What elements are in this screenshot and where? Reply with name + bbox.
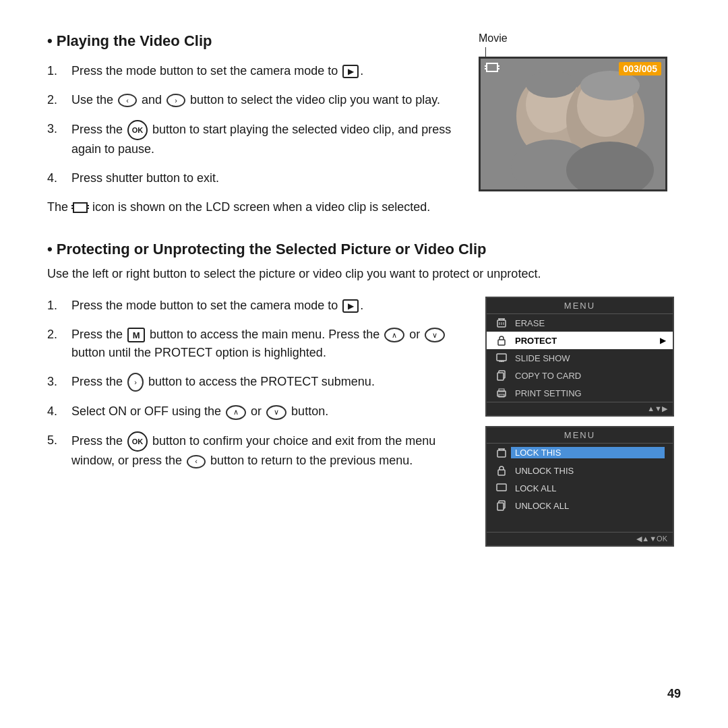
submenu-screen: MENU LOCK THIS UNLOCK THIS [485, 426, 674, 547]
menu-item-erase: ERASE [487, 314, 673, 332]
section2: • Protecting or Unprotecting the Selecte… [47, 241, 681, 547]
up-nav-icon-2: ∧ [226, 405, 246, 420]
submenu-item-slide-icon: LOCK ALL [487, 479, 673, 497]
submenu-row-icons: LOCK THIS [487, 444, 673, 462]
step-1-text: Press the mode button to set the camera … [71, 62, 452, 80]
main-menu-nav-hint: ▲▼▶ [487, 402, 673, 415]
lock-icon [495, 335, 508, 346]
submenu-copy-icon [495, 500, 508, 511]
menu-protect-label: PROTECT [515, 336, 557, 346]
s2-step-2: 2. Press the M button to access the main… [47, 326, 458, 362]
step-2: 2. Use the ‹ and › button to select the … [47, 91, 452, 109]
s2-step-1-text: Press the mode button to set the camera … [71, 297, 458, 315]
section2-steps: 1. Press the mode button to set the came… [47, 297, 458, 547]
s2-step-4-text: Select ON or OFF using the ∧ or ∨ button… [71, 402, 458, 421]
svg-rect-20 [497, 373, 504, 380]
s2-step-4: 4. Select ON or OFF using the ∧ or ∨ but… [47, 402, 458, 421]
svg-point-5 [526, 71, 577, 98]
movie-screen: 003/005 [479, 57, 667, 191]
s2-step-1-num: 1. [47, 297, 62, 315]
submenu-print-icon [495, 518, 508, 528]
left-nav-icon: ‹ [118, 94, 137, 107]
submenu-item-3: LOCK ALL [515, 483, 556, 493]
connector-line [485, 47, 486, 57]
menu-erase-label: ERASE [515, 318, 545, 328]
step-3-num: 3. [47, 120, 62, 138]
ok-button-icon-2: OK [127, 431, 148, 452]
svg-rect-28 [498, 470, 505, 475]
section2-screens: MENU ERASE PROTECT ▶ [485, 297, 681, 547]
s2-step-5-num: 5. [47, 431, 62, 450]
protect-arrow-icon: ▶ [660, 336, 666, 345]
svg-rect-29 [497, 484, 506, 491]
menu-slideshow-label: SLIDE SHOW [515, 353, 570, 363]
film-icon-overlay [486, 63, 498, 72]
section1-title: • Playing the Video Clip [47, 32, 452, 50]
step-4-text: Press shutter button to exit. [71, 169, 452, 187]
section2-title: • Protecting or Unprotecting the Selecte… [47, 241, 681, 258]
step-4: 4. Press shutter button to exit. [47, 169, 452, 187]
svg-rect-16 [498, 340, 505, 345]
film-frame-icon [73, 202, 88, 213]
section1: • Playing the Video Clip 1. Press the mo… [47, 32, 681, 216]
page: • Playing the Video Clip 1. Press the mo… [0, 0, 728, 728]
step-1: 1. Press the mode button to set the came… [47, 62, 452, 80]
movie-counter: 003/005 [619, 62, 661, 75]
section2-intro: Use the left or right button to select t… [47, 265, 681, 283]
step-4-num: 4. [47, 169, 62, 187]
ok-button-icon: OK [127, 120, 148, 140]
movie-preview: Movie [479, 32, 681, 216]
s2-step-5: 5. Press the OK button to confirm your c… [47, 431, 458, 470]
menu-button-icon: M [127, 328, 145, 342]
movie-face-bg: 003/005 [481, 59, 665, 189]
print-icon [495, 388, 508, 398]
s2-step-4-num: 4. [47, 402, 62, 421]
step-2-text: Use the ‹ and › button to select the vid… [71, 91, 452, 109]
submenu-item-print-icon [487, 514, 673, 532]
slideshow-icon [495, 353, 508, 363]
movie-face-svg [481, 59, 667, 191]
step-2-num: 2. [47, 91, 62, 109]
submenu-slideshow-icon [495, 483, 508, 493]
svg-rect-17 [497, 354, 506, 361]
submenu-item-1: LOCK THIS [511, 447, 665, 458]
copy-icon [495, 370, 508, 381]
step-3-text: Press the OK button to start playing the… [71, 120, 452, 158]
play-mode-icon-2: ▶ [342, 299, 359, 313]
movie-icons-tl [486, 63, 498, 72]
menu-item-slideshow: SLIDE SHOW [487, 349, 673, 367]
menu-print-label: PRINT SETTING [515, 388, 582, 398]
down-nav-icon: ∨ [425, 328, 445, 342]
svg-rect-32 [497, 521, 506, 526]
section1-note: The icon is shown on the LCD screen when… [47, 198, 452, 216]
s2-step-5-text: Press the OK button to confirm your choi… [71, 431, 458, 470]
s2-step-2-num: 2. [47, 326, 62, 344]
menu-item-print: PRINT SETTING [487, 384, 673, 402]
play-mode-icon: ▶ [342, 65, 359, 78]
step-1-num: 1. [47, 62, 62, 80]
menu-copy-label: COPY TO CARD [515, 371, 581, 381]
up-nav-icon: ∧ [384, 328, 404, 342]
menu-item-protect: PROTECT ▶ [487, 332, 673, 349]
submenu-item-lock-icon: UNLOCK THIS [487, 462, 673, 479]
section2-body: 1. Press the mode button to set the came… [47, 297, 681, 547]
svg-rect-31 [497, 503, 504, 510]
svg-rect-24 [497, 450, 506, 457]
submenu-lock-icon [495, 465, 508, 476]
section1-content: • Playing the Video Clip 1. Press the mo… [47, 32, 452, 216]
submenu-item-4: UNLOCK ALL [515, 501, 569, 511]
left-nav-icon-2: ‹ [187, 455, 206, 468]
submenu-item-2: UNLOCK THIS [515, 466, 574, 476]
section2-step-list: 1. Press the mode button to set the came… [47, 297, 458, 470]
trash-icon [495, 317, 508, 328]
s2-step-2-text: Press the M button to access the main me… [71, 326, 458, 362]
main-menu-screen: MENU ERASE PROTECT ▶ [485, 297, 674, 417]
main-menu-header: MENU [487, 298, 673, 314]
down-nav-icon-2: ∨ [266, 405, 286, 420]
section1-steps: 1. Press the mode button to set the came… [47, 62, 452, 187]
right-nav-icon-2: › [127, 373, 144, 392]
movie-label: Movie [479, 32, 681, 44]
submenu-nav-hint: ◀▲▼OK [487, 532, 673, 545]
s2-step-3: 3. Press the › button to access the PROT… [47, 373, 458, 392]
submenu-item-copy-icon: UNLOCK ALL [487, 497, 673, 514]
